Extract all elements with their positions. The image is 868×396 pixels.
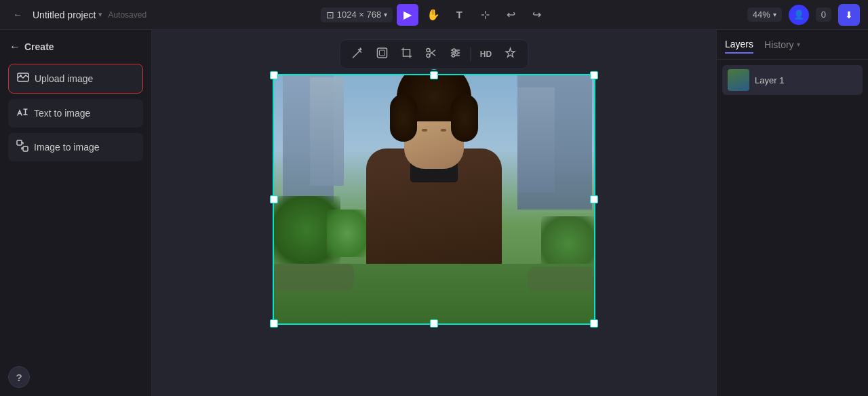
magic-wand-button[interactable] xyxy=(347,43,369,65)
tree-right xyxy=(541,216,595,271)
building-mid xyxy=(517,87,555,193)
select-tool-button[interactable]: ▶ xyxy=(397,4,418,26)
back-button[interactable]: ← xyxy=(8,5,27,24)
image-to-image-item[interactable]: Image to image xyxy=(8,133,143,161)
create-header: ← Create xyxy=(8,38,143,56)
svg-rect-4 xyxy=(378,48,387,58)
zoom-level: 44% xyxy=(753,9,770,20)
text-to-image-label: Text to image xyxy=(34,108,90,119)
undo-button[interactable]: ↩ xyxy=(500,4,521,26)
undo-icon: ↩ xyxy=(507,8,515,21)
svg-rect-3 xyxy=(23,146,28,151)
crop-icon xyxy=(401,47,413,62)
share-user-icon: 👤 xyxy=(793,9,804,20)
frame-icon xyxy=(376,47,389,62)
help-button[interactable]: ? xyxy=(8,366,30,388)
hand-tool-button[interactable]: ✋ xyxy=(422,4,444,26)
magic-wand-icon xyxy=(352,47,364,62)
pen-tool-button[interactable]: ⊹ xyxy=(474,4,496,26)
layer-thumb-inner xyxy=(728,69,749,91)
person-eye-left xyxy=(422,129,427,132)
upload-image-label: Upload image xyxy=(35,73,93,84)
notifications-button[interactable]: 0 xyxy=(816,7,831,22)
image-to-image-label: Image to image xyxy=(34,142,100,153)
layer-name: Layer 1 xyxy=(755,75,784,85)
tab-history[interactable]: History ▾ xyxy=(764,39,800,50)
project-name[interactable]: Untitled project ▾ xyxy=(33,9,102,20)
svg-point-8 xyxy=(453,49,456,52)
toolbar-divider xyxy=(471,47,471,61)
person-hair-right xyxy=(451,94,478,142)
canvas-size-selector[interactable]: ⊡ 1024 × 768 ▾ xyxy=(321,7,393,22)
export-button[interactable]: ⬇ xyxy=(838,4,860,26)
canvas-container[interactable]: ↻ xyxy=(273,74,595,325)
tab-layers[interactable]: Layers xyxy=(725,36,753,54)
right-panel: Layers History ▾ Layer 1 xyxy=(716,30,868,396)
floating-toolbar: HD xyxy=(340,39,529,69)
layers-content: Layer 1 xyxy=(717,60,868,100)
canvas-image-wrapper[interactable]: ↻ xyxy=(273,74,595,325)
right-panel-tabs: Layers History ▾ xyxy=(717,30,868,60)
canvas-size-dropdown-icon: ▾ xyxy=(384,11,387,18)
svg-point-1 xyxy=(20,75,22,77)
canvas-image xyxy=(273,74,595,325)
layers-tab-label: Layers xyxy=(725,39,753,50)
svg-point-10 xyxy=(452,54,455,57)
layer-item[interactable]: Layer 1 xyxy=(722,65,863,95)
text-tool-button[interactable]: T xyxy=(448,4,470,26)
history-dropdown-icon: ▾ xyxy=(797,41,800,48)
create-back-icon: ← xyxy=(9,41,20,53)
topbar: ← Untitled project ▾ Autosaved ⊡ 1024 × … xyxy=(0,0,868,30)
left-sidebar: ← Create Upload image Text to xyxy=(0,30,152,396)
building-center xyxy=(310,77,344,186)
frame-button[interactable] xyxy=(372,43,393,65)
adjust-icon xyxy=(450,47,462,62)
topbar-left: ← Untitled project ▾ Autosaved xyxy=(8,5,315,24)
effects-button[interactable] xyxy=(500,43,521,65)
share-button[interactable]: 👤 xyxy=(789,5,809,25)
back-icon: ← xyxy=(13,9,22,20)
create-label: Create xyxy=(24,41,54,52)
topbar-center: ⊡ 1024 × 768 ▾ ▶ ✋ T ⊹ ↩ ↪ xyxy=(321,4,547,26)
crop-button[interactable] xyxy=(396,43,418,65)
project-dropdown-icon: ▾ xyxy=(98,10,102,19)
help-icon: ? xyxy=(16,372,22,383)
layer-thumbnail xyxy=(728,69,749,91)
svg-rect-5 xyxy=(380,50,385,56)
hand-tool-icon: ✋ xyxy=(427,8,440,21)
zoom-dropdown-icon: ▾ xyxy=(773,11,776,18)
redo-button[interactable]: ↪ xyxy=(526,4,547,26)
person-eye-right xyxy=(441,129,446,132)
scissors-icon xyxy=(425,47,437,62)
autosaved-label: Autosaved xyxy=(108,10,146,20)
adjust-button[interactable] xyxy=(445,43,467,65)
crowd-left xyxy=(273,264,354,291)
main-area: ← Create Upload image Text to xyxy=(0,30,868,396)
svg-point-9 xyxy=(456,52,458,54)
scissors-button[interactable] xyxy=(420,43,442,65)
canvas-area[interactable]: HD xyxy=(152,30,716,396)
pen-tool-icon: ⊹ xyxy=(481,8,490,21)
text-to-image-icon xyxy=(16,106,28,121)
history-tab-label: History xyxy=(764,39,794,50)
person-hair-left xyxy=(390,94,417,142)
select-tool-icon: ▶ xyxy=(403,8,412,21)
topbar-right: 44% ▾ 👤 0 ⬇ xyxy=(553,4,860,26)
hd-button[interactable]: HD xyxy=(475,43,497,65)
canvas-dimensions: 1024 × 768 xyxy=(337,9,381,20)
effects-icon xyxy=(505,47,517,62)
upload-image-item[interactable]: Upload image xyxy=(8,64,143,94)
hd-label: HD xyxy=(480,50,492,59)
export-icon: ⬇ xyxy=(845,9,853,20)
text-to-image-item[interactable]: Text to image xyxy=(8,99,143,127)
upload-image-icon xyxy=(17,71,29,86)
tree-mid xyxy=(327,210,368,257)
zoom-control[interactable]: 44% ▾ xyxy=(747,7,782,22)
image-to-image-icon xyxy=(16,140,28,155)
redo-icon: ↪ xyxy=(532,8,541,21)
text-tool-icon: T xyxy=(456,9,462,20)
svg-rect-2 xyxy=(17,140,22,145)
notification-count: 0 xyxy=(821,9,826,20)
project-title: Untitled project xyxy=(33,9,96,20)
crowd-right xyxy=(528,267,595,291)
